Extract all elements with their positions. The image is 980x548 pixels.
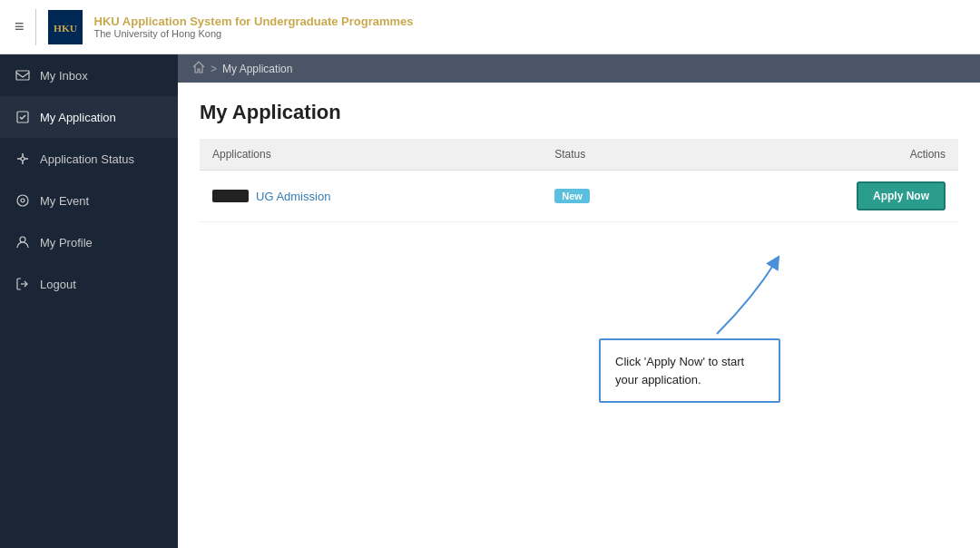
applications-table: Applications Status Actions UG Admission	[200, 139, 958, 222]
hku-logo: HKU	[47, 9, 83, 45]
status-badge: New	[554, 189, 590, 203]
profile-icon	[15, 234, 31, 250]
svg-text:HKU: HKU	[54, 23, 77, 34]
app-name-link[interactable]: UG Admission	[256, 190, 330, 203]
sidebar: My Inbox My Application Application Stat…	[0, 54, 178, 548]
col-actions: Actions	[686, 139, 958, 171]
sidebar-item-logout[interactable]: Logout	[0, 263, 178, 305]
svg-point-6	[21, 199, 24, 202]
status-icon	[15, 151, 31, 167]
sidebar-item-profile[interactable]: My Profile	[0, 221, 178, 263]
sidebar-item-event-label: My Event	[40, 194, 89, 208]
callout-container: Click 'Apply Now' to start your applicat…	[599, 338, 780, 403]
breadcrumb-bar: > My Application	[178, 54, 980, 83]
app-action-cell: Apply Now	[686, 171, 958, 222]
callout-box: Click 'Apply Now' to start your applicat…	[599, 338, 780, 403]
sidebar-item-status-label: Application Status	[40, 152, 134, 166]
main-layout: My Inbox My Application Application Stat…	[0, 54, 980, 548]
top-header: ≡ HKU HKU Application System for Undergr…	[0, 0, 980, 54]
breadcrumb-current: My Application	[222, 63, 292, 75]
header-title-block: HKU Application System for Undergraduate…	[94, 15, 414, 39]
sidebar-item-profile-label: My Profile	[40, 236, 93, 250]
sidebar-item-status[interactable]: Application Status	[0, 138, 178, 180]
event-icon	[15, 192, 31, 209]
menu-icon[interactable]: ≡	[15, 17, 24, 36]
svg-rect-2	[16, 71, 29, 80]
inbox-icon	[15, 67, 31, 83]
header-title-sub: The University of Hong Kong	[94, 28, 414, 39]
table-row: UG Admission New Apply Now	[200, 171, 958, 222]
sidebar-item-logout-label: Logout	[40, 278, 76, 291]
header-divider	[35, 9, 36, 45]
svg-point-7	[20, 237, 25, 242]
sidebar-item-inbox[interactable]: My Inbox	[0, 54, 178, 96]
page-title: My Application	[200, 101, 958, 124]
page-content: My Application Applications Status Actio…	[178, 83, 980, 548]
sidebar-item-inbox-label: My Inbox	[40, 69, 88, 83]
content-area: > My Application My Application Applicat…	[178, 54, 980, 548]
callout-text: Click 'Apply Now' to start your applicat…	[615, 355, 744, 387]
app-name-redacted	[212, 190, 249, 202]
sidebar-item-application-label: My Application	[40, 111, 116, 124]
svg-point-5	[17, 195, 28, 206]
callout-arrow-svg	[644, 252, 789, 343]
app-status-cell: New	[542, 171, 686, 222]
col-status: Status	[542, 139, 686, 171]
logout-icon	[15, 276, 31, 292]
app-name-cell: UG Admission	[200, 171, 542, 222]
home-icon[interactable]	[192, 61, 205, 76]
svg-point-4	[21, 157, 24, 161]
sidebar-item-application[interactable]: My Application	[0, 96, 178, 138]
sidebar-item-event[interactable]: My Event	[0, 180, 178, 221]
col-applications: Applications	[200, 139, 542, 171]
header-title-main: HKU Application System for Undergraduate…	[94, 15, 414, 28]
apply-now-button[interactable]: Apply Now	[857, 181, 946, 210]
breadcrumb-separator: >	[211, 63, 217, 75]
application-icon	[15, 109, 31, 125]
